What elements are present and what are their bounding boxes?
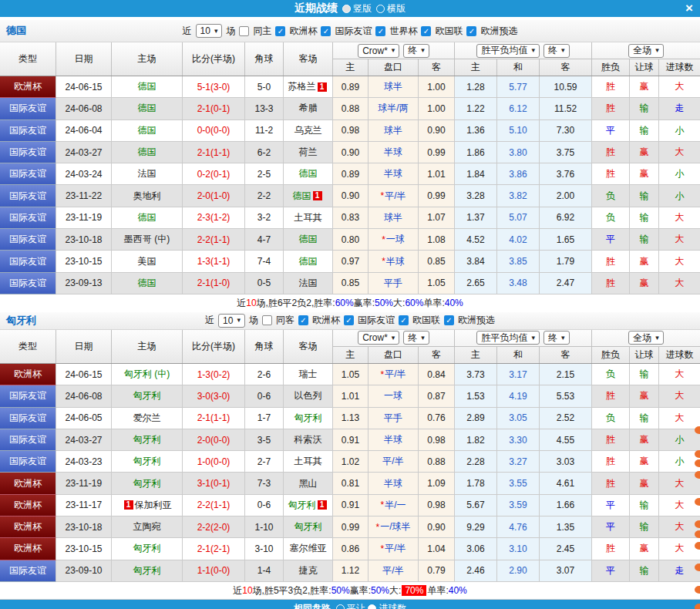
competition-checkbox[interactable]: ✓	[421, 26, 431, 36]
match-row[interactable]: 欧洲杯24-06-15德国5-1(3-0)5-0苏格兰10.89球半1.001.…	[0, 76, 700, 98]
home-team-cell: 德国	[112, 207, 183, 229]
match-row[interactable]: 国际友谊24-03-23匈牙利1-0(0-0)2-7土耳其1.02平/半0.88…	[0, 451, 700, 473]
eu-draw-cell: 3.55	[497, 473, 540, 494]
handicap-cell: *平/半	[369, 538, 419, 560]
eu-away-cell: 3.03	[540, 451, 592, 473]
chevron-down-icon: ▾	[214, 28, 218, 35]
odds-away-cell: 1.04	[419, 538, 455, 560]
chevron-down-icon: ▾	[531, 335, 535, 342]
edge-marker	[695, 459, 700, 467]
odds-away-cell: 0.99	[419, 185, 455, 207]
competition-checkbox[interactable]: ✓	[275, 26, 285, 36]
match-count-select[interactable]: 10▾	[196, 24, 223, 38]
star-mark: *	[380, 500, 384, 510]
date-cell: 24-03-23	[56, 451, 112, 473]
europe-source-select[interactable]: 胜平负均值▾	[476, 331, 540, 345]
handicap-result-cell: 输	[630, 120, 659, 142]
scope-select[interactable]: 全场▾	[628, 44, 664, 58]
odds-source-select[interactable]: Crow*▾	[358, 44, 399, 58]
eu-draw-cell: 5.07	[497, 207, 540, 229]
eu-away-cell: 11.52	[540, 98, 592, 119]
match-row[interactable]: 欧洲杯23-10-18立陶宛2-2(2-0)1-10匈牙利0.99*一/球半0.…	[0, 516, 700, 538]
bottom-radio[interactable]: 平让	[336, 602, 365, 609]
result-cell: 胜	[592, 473, 630, 494]
team-label: 塞尔维亚	[290, 542, 327, 555]
odds-final-select[interactable]: 终▾	[403, 44, 429, 58]
near-label: 近	[183, 25, 192, 38]
europe-final-select[interactable]: 终▾	[544, 331, 570, 345]
edge-marker	[695, 604, 700, 609]
match-row[interactable]: 国际友谊23-11-22奥地利2-0(1-0)2-2德国10.90*平/半0.9…	[0, 185, 700, 207]
col-header-handicap: 盘口	[369, 347, 419, 363]
match-row[interactable]: 国际友谊23-10-18墨西哥 (中)2-2(1-1)4-7德国0.80*一球1…	[0, 229, 700, 251]
competition-checkbox[interactable]: ✓	[344, 315, 354, 325]
bottom-radio[interactable]: 进球数	[368, 602, 406, 609]
odds-away-cell: 1.05	[419, 273, 455, 294]
result-cell: 平	[592, 495, 630, 516]
type-cell: 国际友谊	[0, 120, 56, 142]
europe-source-select[interactable]: 胜平负均值▾	[476, 44, 540, 58]
europe-final-select[interactable]: 终▾	[544, 44, 570, 58]
goals-cell: 大	[659, 207, 700, 229]
page-title: 近期战绩	[294, 2, 338, 15]
eu-away-cell: 10.59	[540, 76, 592, 98]
europe-odds-header-group: 胜平负均值▾ 终▾ 主 和 客	[455, 330, 592, 363]
odds-home-cell: 0.81	[333, 473, 369, 494]
same-side-label: 同客	[276, 314, 294, 327]
type-cell: 国际友谊	[0, 273, 56, 294]
match-row[interactable]: 欧洲杯23-11-19匈牙利3-1(0-1)7-3黑山0.81半球1.091.7…	[0, 473, 700, 494]
match-row[interactable]: 欧洲杯23-11-171保加利亚2-2(1-1)0-6匈牙利10.91*半/一0…	[0, 495, 700, 516]
away-team-cell: 黑山	[284, 473, 333, 494]
competition-checkbox[interactable]: ✓	[444, 315, 454, 325]
odds-source-select[interactable]: Crow*▾	[358, 331, 399, 345]
match-row[interactable]: 国际友谊23-09-13德国2-1(1-0)0-5法国0.85平手1.052.6…	[0, 273, 700, 294]
scope-select[interactable]: 全场▾	[628, 331, 664, 345]
odds-away-cell: 1.07	[419, 207, 455, 229]
competition-checkbox[interactable]: ✓	[375, 26, 385, 36]
competition-checkbox[interactable]: ✓	[466, 26, 476, 36]
match-row[interactable]: 国际友谊23-09-10匈牙利1-1(0-0)1-4捷克1.12平/半0.792…	[0, 560, 700, 582]
match-row[interactable]: 国际友谊24-06-05爱尔兰2-1(1-1)1-7匈牙利1.13平手0.762…	[0, 408, 700, 429]
odds-away-cell: 0.90	[419, 120, 455, 142]
match-count-select[interactable]: 10▾	[218, 314, 245, 328]
match-row[interactable]: 欧洲杯24-06-15匈牙利 (中)1-3(0-2)2-6瑞士1.05*平/半0…	[0, 364, 700, 385]
team-label: 匈牙利	[294, 412, 322, 425]
odds-home-cell: 0.86	[333, 538, 369, 560]
match-row[interactable]: 欧洲杯23-10-15匈牙利2-1(2-1)3-10塞尔维亚0.86*平/半1.…	[0, 538, 700, 560]
result-cell: 平	[592, 120, 630, 142]
close-icon[interactable]: ×	[685, 1, 693, 16]
team-label: 墨西哥 (中)	[124, 233, 170, 246]
competition-label: 国际友谊	[358, 314, 395, 327]
eu-home-cell: 3.73	[455, 364, 497, 385]
match-row[interactable]: 国际友谊24-03-27匈牙利2-0(0-0)3-5科索沃0.91半球0.981…	[0, 429, 700, 451]
competition-checkbox[interactable]: ✓	[298, 315, 308, 325]
match-row[interactable]: 国际友谊24-06-08德国2-1(0-1)13-3希腊0.88球半/两1.00…	[0, 98, 700, 119]
competition-checkbox[interactable]: ✓	[321, 26, 331, 36]
result-cell: 负	[592, 364, 630, 385]
odds-final-select[interactable]: 终▾	[403, 331, 429, 345]
competition-label: 欧国联	[412, 314, 440, 327]
layout-radio-horizontal[interactable]: 横版	[376, 2, 406, 15]
match-row[interactable]: 国际友谊24-03-27德国2-1(1-1)6-2荷兰0.90半球0.991.8…	[0, 142, 700, 163]
handicap-cell: 半球	[369, 163, 419, 185]
competition-checkbox[interactable]: ✓	[399, 315, 409, 325]
col-header-odds-away: 客	[419, 59, 455, 76]
date-cell: 23-11-19	[56, 473, 112, 494]
col-header-eu-home: 主	[455, 347, 497, 363]
match-row[interactable]: 国际友谊24-06-04德国0-0(0-0)11-2乌克兰0.98球半0.901…	[0, 120, 700, 142]
handicap-result-cell: 输	[630, 495, 659, 516]
eu-draw-cell: 2.90	[497, 560, 540, 582]
type-cell: 国际友谊	[0, 429, 56, 451]
match-row[interactable]: 国际友谊23-11-19德国2-3(1-2)3-2土耳其0.83球半1.071.…	[0, 207, 700, 229]
same-side-checkbox[interactable]	[262, 315, 272, 325]
match-row[interactable]: 国际友谊24-03-24法国0-2(0-1)2-5德国0.89半球1.011.8…	[0, 163, 700, 185]
score-cell: 0-0(0-0)	[183, 120, 245, 142]
edge-marker	[695, 530, 700, 538]
result-cell: 负	[592, 408, 630, 429]
same-side-checkbox[interactable]	[239, 26, 249, 36]
layout-radio-vertical[interactable]: 竖版	[342, 2, 372, 15]
col-header-date: 日期	[56, 330, 112, 363]
eu-away-cell: 3.07	[540, 560, 592, 582]
match-row[interactable]: 国际友谊23-10-15美国1-3(1-1)7-4德国0.97*半球0.853.…	[0, 251, 700, 272]
match-row[interactable]: 国际友谊24-06-08匈牙利3-0(3-0)0-6以色列1.01一球0.871…	[0, 385, 700, 407]
